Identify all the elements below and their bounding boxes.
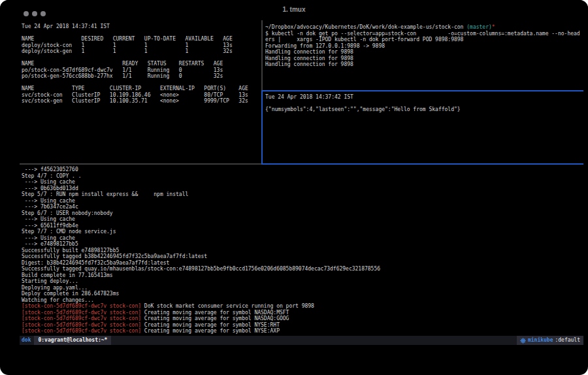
terminal-line: Watching for changes... xyxy=(22,297,380,304)
terminal-line: ---> Using cache xyxy=(22,198,380,204)
terminal-line: Step 7/7 : CMD node service.js xyxy=(22,229,380,235)
kube-namespace: :default xyxy=(555,336,580,345)
terminal-line: Successfully built e74898127bb5 xyxy=(22,248,380,254)
tmux-session-name: dok xyxy=(20,336,34,345)
terminal-line: svc/stock-gen ClusterIP 10.100.35.71 <no… xyxy=(22,98,248,105)
terminal-line: $ kubectl -n dok get po --selector=app=s… xyxy=(265,31,580,37)
terminal-line: ---> 0b636bd013dd xyxy=(22,186,380,192)
terminal-line: Handling connection for 9898 xyxy=(265,56,580,62)
kube-context-indicator: minikube :default xyxy=(517,336,583,345)
terminal-line: Step 4/7 : COPY . . xyxy=(22,173,380,180)
terminal-line: Successfully tagged quay.io/mhausenblas/… xyxy=(22,266,380,272)
terminal-line xyxy=(22,80,248,86)
terminal-line: po/stock-con-5d7df689cf-dwc7v 1/1 Runnin… xyxy=(22,67,248,74)
terminal-line: Tue 24 Apr 2018 14:37:41 IST xyxy=(22,24,248,30)
terminal-line: {"numsymbols":4,"lastseen":"","message":… xyxy=(265,106,461,113)
terminal-line: po/stock-gen-576cc688bb-277hx 1/1 Runnin… xyxy=(22,73,248,80)
terminal-line: ---> f45623052760 xyxy=(22,167,380,173)
pane-border-horizontal-inactive xyxy=(20,163,261,165)
terminal-line: ---> Using cache xyxy=(22,216,380,223)
terminal-line xyxy=(265,101,461,107)
terminal-line: NAME TYPE CLUSTER-IP EXTERNAL-IP PORT(S)… xyxy=(22,86,248,92)
pane-border-horizontal-active-bottom xyxy=(261,163,583,165)
terminal-line: Deploying app.yaml... xyxy=(22,285,380,291)
terminal-line: Digest: b38b42246945fd7f32c5ba9aea7af7fd… xyxy=(22,260,380,267)
terminal-line: Starting deploy... xyxy=(22,278,380,285)
kubernetes-helm-icon xyxy=(520,338,526,344)
pane-kubectl-watch[interactable]: Tue 24 Apr 2018 14:37:41 IST NAME DESIRE… xyxy=(22,24,248,105)
terminal-line: [stock-con-5d7df689cf-dwc7v stock-con] C… xyxy=(22,328,380,334)
pane-border-horizontal-active-top xyxy=(261,90,583,91)
terminal-line: Step 6/7 : USER nobody:nobody xyxy=(22,210,380,217)
terminal-line: ---> 65611ff9db4e xyxy=(22,223,380,229)
kube-context-name: minikube xyxy=(528,336,553,345)
terminal-line: deploy/stock-gen 1 1 1 1 32s xyxy=(22,48,248,55)
terminal-line: Forwarding from 127.0.0.1:9898 -> 9898 xyxy=(265,43,580,50)
terminal-line: [stock-con-5d7df689cf-dwc7v stock-con] D… xyxy=(22,303,380,310)
window-titlebar: 1. tmux xyxy=(0,0,588,20)
terminal-line: Handling connection for 9898 xyxy=(265,61,580,68)
terminal-line: Deploy complete in 286.647823ms xyxy=(22,291,380,297)
terminal-line: Tue 24 Apr 2018 14:37:42 IST xyxy=(265,94,461,101)
terminal-line: ---> 7b6347ce2a4c xyxy=(22,204,380,210)
pane-http-response[interactable]: Tue 24 Apr 2018 14:37:42 IST {"numsymbol… xyxy=(265,94,461,113)
terminal-line: ---> e74898127bb5 xyxy=(22,241,380,248)
terminal-line: NAME DESIRED CURRENT UP-TO-DATE AVAILABL… xyxy=(22,36,248,42)
terminal-line: Handling connection for 9898 xyxy=(265,49,580,56)
pane-skaffold-log[interactable]: ---> f45623052760Step 4/7 : COPY . . ---… xyxy=(22,167,380,334)
terminal-line: ---> Using cache xyxy=(22,179,380,186)
terminal-line: Build complete in 77.165413ms xyxy=(22,272,380,279)
pane-border-vertical-active xyxy=(261,90,263,165)
terminal-line: Successfully tagged b38b42246945fd7f32c5… xyxy=(22,253,380,260)
terminal-line: [stock-con-5d7df689cf-dwc7v stock-con] C… xyxy=(22,322,380,329)
terminal-line: ers | xargs -IPOD kubectl -n dok port-fo… xyxy=(265,37,580,43)
terminal-line: ---> Using cache xyxy=(22,235,380,242)
terminal-line: ~/Dropbox/advocacy/Kubernetes/DoK/work/d… xyxy=(265,24,580,31)
tmux-status-bar: dok 0:vagrant@localhost:~* minikube :def… xyxy=(20,336,583,345)
terminal-line: NAME READY STATUS RESTARTS AGE xyxy=(22,61,248,67)
terminal-line: deploy/stock-con 1 1 1 1 13s xyxy=(22,42,248,49)
pane-port-forward[interactable]: ~/Dropbox/advocacy/Kubernetes/DoK/work/d… xyxy=(265,24,580,68)
terminal-line: Step 5/7 : RUN npm install express && np… xyxy=(22,191,380,198)
tmux-window-item[interactable]: 0:vagrant@localhost:~* xyxy=(34,336,111,345)
pane-border-vertical-inactive xyxy=(261,20,263,90)
window-title: 1. tmux xyxy=(0,6,588,13)
terminal-line xyxy=(22,55,248,61)
terminal-line: [stock-con-5d7df689cf-dwc7v stock-con] C… xyxy=(22,316,380,322)
terminal-line: [stock-con-5d7df689cf-dwc7v stock-con] C… xyxy=(22,310,380,316)
terminal-window: 1. tmux Tue 24 Apr 2018 14:37:41 IST NAM… xyxy=(0,0,588,375)
terminal-line xyxy=(22,30,248,37)
terminal-line: svc/stock-con ClusterIP 10.109.186.46 <n… xyxy=(22,92,248,99)
